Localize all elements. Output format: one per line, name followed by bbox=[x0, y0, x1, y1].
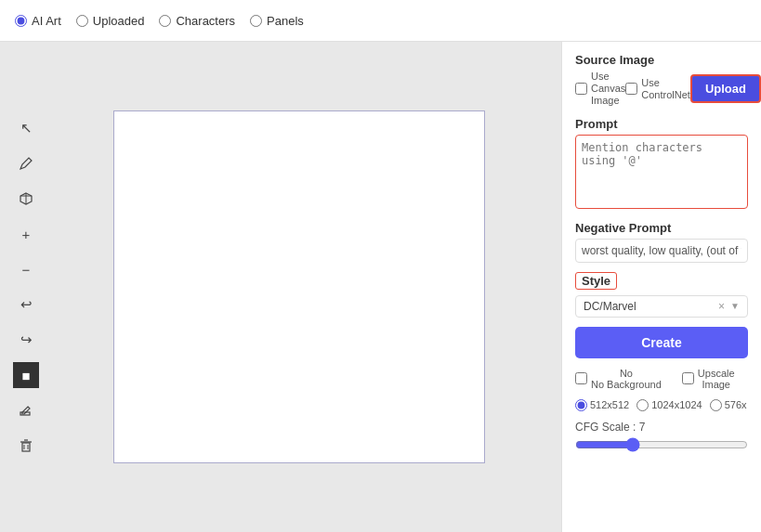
undo-tool[interactable]: ↩ bbox=[13, 292, 39, 318]
main-layout: ↖ + − ↩ ↪ ■ bbox=[0, 42, 761, 532]
res-1024[interactable]: 1024x1024 bbox=[636, 399, 702, 411]
negative-prompt-input[interactable] bbox=[575, 239, 748, 263]
style-label-wrapper: Style bbox=[575, 272, 617, 290]
resolution-row: 512x512 1024x1024 576x bbox=[575, 399, 748, 411]
use-canvas-checkbox[interactable]: UseCanvasImage bbox=[575, 71, 625, 108]
source-image-section: Source Image UseCanvasImage UseControlNe… bbox=[575, 53, 748, 108]
style-label: Style bbox=[582, 274, 610, 288]
style-dropdown[interactable]: DC/Marvel × ▼ bbox=[575, 295, 748, 318]
right-panel: Source Image UseCanvasImage UseControlNe… bbox=[561, 42, 761, 532]
canvas-area: ↖ + − ↩ ↪ ■ bbox=[0, 42, 561, 532]
use-controlnet-checkbox[interactable]: UseControlNet bbox=[625, 77, 690, 101]
prompt-label: Prompt bbox=[575, 117, 748, 131]
canvas[interactable] bbox=[113, 110, 485, 463]
tab-uploaded[interactable]: Uploaded bbox=[76, 14, 145, 28]
edit-tool[interactable] bbox=[13, 397, 39, 423]
tab-characters[interactable]: Characters bbox=[159, 14, 235, 28]
style-clear-icon[interactable]: × bbox=[718, 300, 725, 313]
select-tool[interactable]: ↖ bbox=[13, 115, 39, 141]
create-button[interactable]: Create bbox=[575, 327, 748, 358]
prompt-input[interactable] bbox=[575, 135, 748, 209]
delete-tool[interactable] bbox=[13, 433, 39, 459]
upload-button[interactable]: Upload bbox=[690, 74, 761, 103]
style-dropdown-value: DC/Marvel bbox=[584, 300, 636, 313]
fill-tool[interactable]: ■ bbox=[13, 362, 39, 388]
cfg-slider-wrapper bbox=[575, 437, 748, 455]
upscale-image-option[interactable]: Upscale Image bbox=[682, 368, 735, 390]
top-bar: AI Art Uploaded Characters Panels bbox=[0, 0, 761, 42]
res-576[interactable]: 576x bbox=[710, 399, 747, 411]
tab-panels[interactable]: Panels bbox=[250, 14, 304, 28]
redo-tool[interactable]: ↪ bbox=[13, 327, 39, 353]
negative-prompt-section: Negative Prompt bbox=[575, 221, 748, 263]
res-512[interactable]: 512x512 bbox=[575, 399, 629, 411]
source-image-label: Source Image bbox=[575, 53, 748, 67]
cfg-slider[interactable] bbox=[575, 437, 748, 452]
subtract-tool[interactable]: − bbox=[13, 256, 39, 282]
tab-ai-art[interactable]: AI Art bbox=[15, 14, 61, 28]
cube-tool[interactable] bbox=[13, 186, 39, 212]
negative-prompt-label: Negative Prompt bbox=[575, 221, 748, 235]
options-row: No No Background Upscale Image bbox=[575, 368, 748, 390]
prompt-section: Prompt bbox=[575, 117, 748, 212]
svg-rect-4 bbox=[22, 443, 30, 451]
style-chevron-icon[interactable]: ▼ bbox=[730, 301, 740, 311]
cfg-section: CFG Scale : 7 bbox=[575, 421, 748, 455]
cfg-label: CFG Scale : 7 bbox=[575, 421, 748, 434]
no-background-option[interactable]: No No Background bbox=[575, 368, 662, 390]
style-section: Style DC/Marvel × ▼ bbox=[575, 272, 748, 318]
pen-tool[interactable] bbox=[13, 150, 39, 176]
toolbar: ↖ + − ↩ ↪ ■ bbox=[13, 115, 39, 459]
tab-radio-group: AI Art Uploaded Characters Panels bbox=[15, 14, 304, 28]
add-tool[interactable]: + bbox=[13, 221, 39, 247]
